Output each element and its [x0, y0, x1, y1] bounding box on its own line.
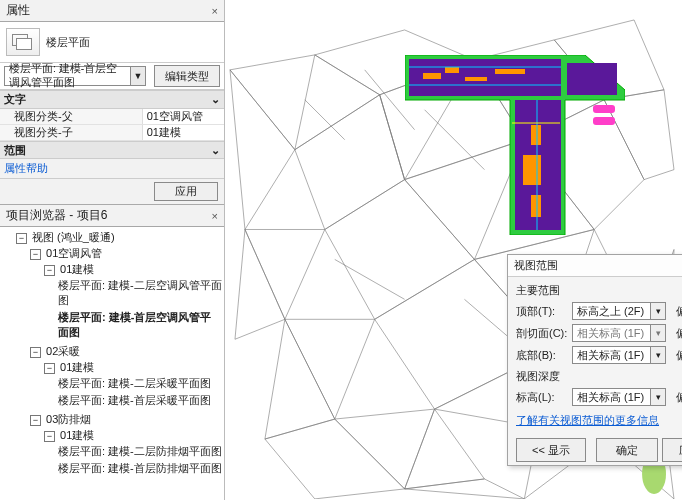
tree-view-item-active[interactable]: 楼层平面: 建模-首层空调风管平面图 [58, 309, 222, 341]
chevron-down-icon: ▾ [650, 303, 665, 319]
top-combo[interactable]: 标高之上 (2F)▾ [572, 302, 666, 320]
instance-selector[interactable]: 楼层平面: 建模-首层空调风管平面图 [4, 66, 131, 86]
svg-rect-13 [531, 125, 541, 145]
category-range[interactable]: 范围⌄ [0, 141, 224, 159]
type-selector[interactable]: 楼层平面 [0, 22, 224, 63]
chevron-down-icon: ▾ [650, 347, 665, 363]
svg-rect-8 [567, 63, 617, 95]
tree-category-heating[interactable]: − 02采暖 − 01建模 楼层平面: 建模-二层采暖平面图 楼层平面: 建模-… [30, 343, 222, 411]
svg-rect-11 [465, 77, 487, 81]
floor-plan-icon [6, 28, 40, 56]
prop-view-category-child[interactable]: 视图分类-子 01建模 [0, 125, 224, 141]
level-combo[interactable]: 相关标高 (1F)▾ [572, 388, 666, 406]
property-grid: 文字⌄ 视图分类-父 01空调风管 视图分类-子 01建模 范围⌄ 裁剪视图 裁… [0, 90, 224, 159]
show-button[interactable]: << 显示 [516, 438, 586, 462]
tree-view-item[interactable]: 楼层平面: 建模-首层采暖平面图 [58, 392, 222, 409]
type-name: 楼层平面 [46, 35, 90, 50]
category-text[interactable]: 文字⌄ [0, 90, 224, 109]
dialog-title: 视图范围 [514, 258, 558, 273]
group-primary-range: 主要范围 顶部(T): 标高之上 (2F)▾ 偏移(O): 100.0 剖切面(… [516, 283, 682, 365]
building-footprint [405, 55, 625, 235]
view-range-dialog: 视图范围 × 主要范围 顶部(T): 标高之上 (2F)▾ 偏移(O): 100… [507, 254, 682, 466]
group-view-depth: 视图深度 标高(L): 相关标高 (1F)▾ 偏移(S): 0.0 [516, 369, 682, 407]
chevron-down-icon[interactable]: ▼ [131, 66, 146, 86]
apply-button[interactable]: 应用(A) [662, 438, 682, 462]
chevron-down-icon: ▾ [650, 325, 665, 341]
bottom-combo[interactable]: 相关标高 (1F)▾ [572, 346, 666, 364]
tree-category-hvac-duct[interactable]: − 01空调风管 − 01建模 楼层平面: 建模-二层空调风管平面图 楼层平面:… [30, 245, 222, 343]
tree-view-item[interactable]: 楼层平面: 建模-首层防排烟平面图 [58, 460, 222, 477]
svg-rect-9 [423, 73, 441, 79]
svg-rect-16 [593, 105, 615, 113]
chevron-down-icon: ▾ [650, 389, 665, 405]
dialog-title-bar[interactable]: 视图范围 × [508, 255, 682, 277]
instance-selector-text: 楼层平面: 建模-首层空调风管平面图 [9, 62, 126, 90]
svg-rect-17 [593, 117, 615, 125]
properties-help-link[interactable]: 属性帮助 [0, 159, 224, 178]
properties-close-icon[interactable]: × [212, 5, 218, 17]
row-top: 顶部(T): 标高之上 (2F)▾ 偏移(O): 100.0 [516, 301, 682, 321]
view-range-help-link[interactable]: 了解有关视图范围的更多信息 [516, 413, 659, 428]
properties-panel-title: 属性 × [0, 0, 224, 22]
edit-type-button[interactable]: 编辑类型 [154, 65, 220, 87]
properties-apply-button[interactable]: 应用 [154, 182, 218, 201]
project-browser-tree[interactable]: − 视图 (鸿业_暖通) − 01空调风管 − 01建模 楼层平面: 建模-二层… [0, 227, 224, 500]
project-browser: 项目浏览器 - 项目6 × − 视图 (鸿业_暖通) − 01空调风管 − 01… [0, 204, 224, 500]
svg-rect-12 [495, 69, 525, 74]
tree-subcategory[interactable]: − 01建模 楼层平面: 建模-二层空调风管平面图 楼层平面: 建模-首层空调风… [44, 261, 222, 342]
row-bottom: 底部(B): 相关标高 (1F)▾ 偏移(F): 0.0 [516, 345, 682, 365]
tree-view-item[interactable]: 楼层平面: 建模-二层空调风管平面图 [58, 277, 222, 309]
tree-subcategory[interactable]: − 01建模 楼层平面: 建模-二层防排烟平面图 楼层平面: 建模-首层防排烟平… [44, 427, 222, 478]
tree-view-item[interactable]: 楼层平面: 建模-二层防排烟平面图 [58, 443, 222, 460]
properties-title-text: 属性 [6, 2, 30, 19]
tree-subcategory[interactable]: − 01建模 楼层平面: 建模-二层采暖平面图 楼层平面: 建模-首层采暖平面图 [44, 359, 222, 410]
row-level: 标高(L): 相关标高 (1F)▾ 偏移(S): 0.0 [516, 387, 682, 407]
instance-selector-row: 楼层平面: 建模-首层空调风管平面图 ▼ 编辑类型 [0, 63, 224, 90]
svg-rect-10 [445, 67, 459, 73]
tree-view-item[interactable]: 楼层平面: 建模-二层采暖平面图 [58, 375, 222, 392]
project-browser-title: 项目浏览器 - 项目6 × [0, 205, 224, 227]
prop-view-category-parent[interactable]: 视图分类-父 01空调风管 [0, 109, 224, 125]
tree-category-smoke[interactable]: − 03防排烟 − 01建模 楼层平面: 建模-二层防排烟平面图 楼层平面: 建… [30, 411, 222, 479]
browser-close-icon[interactable]: × [212, 210, 218, 222]
svg-rect-15 [531, 195, 541, 217]
cut-combo[interactable]: 相关标高 (1F)▾ [572, 324, 666, 342]
row-cut-plane: 剖切面(C): 相关标高 (1F)▾ 偏移(E): 300.0 [516, 323, 682, 343]
ok-button[interactable]: 确定 [596, 438, 658, 462]
svg-rect-14 [523, 155, 541, 185]
tree-root[interactable]: − 视图 (鸿业_暖通) − 01空调风管 − 01建模 楼层平面: 建模-二层… [16, 229, 222, 480]
